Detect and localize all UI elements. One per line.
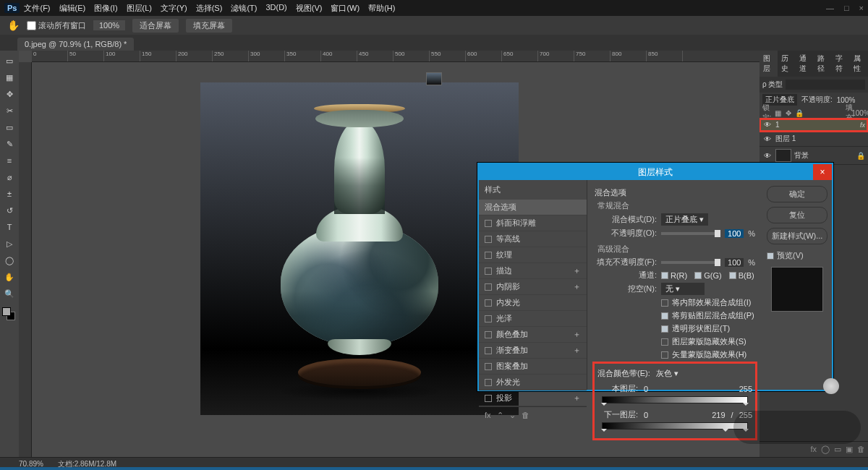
window-minimize-icon[interactable]: — [826, 4, 834, 12]
add-icon[interactable]: ＋ [573, 281, 581, 292]
layer-row[interactable]: 👁 1 fx [760, 119, 868, 132]
add-icon[interactable]: ＋ [573, 329, 581, 340]
layer-name[interactable]: 图层 1 [775, 134, 796, 144]
style-bevel[interactable]: 斜面和浮雕 [479, 215, 587, 231]
document-tab[interactable]: 0.jpeg @ 70.9% (1, RGB/8) * [17, 38, 134, 51]
down-icon[interactable]: ⌄ [509, 411, 516, 420]
fill-value[interactable]: 100% [856, 108, 865, 117]
reset-button[interactable]: 复位 [767, 207, 827, 223]
menu-view[interactable]: 视图(V) [296, 3, 323, 14]
style-stroke[interactable]: 描边＋ [479, 263, 587, 279]
style-contour[interactable]: 等高线 [479, 231, 587, 247]
dialog-titlebar[interactable]: 图层样式 × [479, 164, 832, 180]
style-blending-options[interactable]: 混合选项 [479, 200, 587, 215]
folder-icon[interactable]: ▭ [834, 445, 841, 454]
cb-vector-mask-hides[interactable]: 矢量蒙版隐藏效果(H) [661, 349, 755, 360]
fit-screen-button[interactable]: 适合屏幕 [132, 19, 179, 33]
fx-menu-icon[interactable]: fx [485, 411, 491, 420]
visibility-icon[interactable]: 👁 [762, 152, 773, 160]
tab-history[interactable]: 历史 [778, 51, 796, 77]
channel-b[interactable]: B(B) [729, 271, 754, 280]
style-texture[interactable]: 纹理 [479, 247, 587, 263]
menu-3d[interactable]: 3D(D) [265, 3, 286, 14]
fill-opacity-value[interactable]: 100 [725, 258, 744, 267]
move-tool-icon[interactable]: ▭ [2, 54, 17, 68]
tab-layers[interactable]: 图层 [760, 51, 778, 77]
visibility-icon[interactable]: 👁 [762, 121, 773, 129]
menu-type[interactable]: 文字(Y) [161, 3, 187, 14]
fx-badge-icon[interactable]: fx [860, 121, 865, 129]
zoom-100-button[interactable]: 100% [93, 20, 125, 30]
visibility-icon[interactable]: 👁 [762, 135, 773, 143]
fill-screen-button[interactable]: 填充屏幕 [186, 19, 232, 33]
marquee-tool-icon[interactable]: ▦ [2, 70, 17, 85]
layer-filter-input[interactable] [786, 80, 865, 90]
shape-tool-icon[interactable]: ◯ [2, 253, 17, 268]
brush-tool-icon[interactable]: ≡ [2, 153, 17, 168]
fx-icon[interactable]: fx [810, 445, 817, 454]
style-drop-shadow[interactable]: 投影＋ [479, 390, 587, 406]
add-icon[interactable]: ＋ [573, 265, 581, 276]
style-gradient-overlay[interactable]: 渐变叠加＋ [479, 343, 587, 359]
layer-style-dialog[interactable]: 图层样式 × 样式 混合选项 斜面和浮雕 等高线 纹理 描边＋ 内阴影＋ 内发光… [477, 163, 833, 391]
knockout-select[interactable]: 无 ▾ [661, 283, 705, 295]
new-style-button[interactable]: 新建样式(W)... [767, 228, 827, 244]
opacity-slider[interactable] [661, 232, 720, 235]
cb-transparency-shapes[interactable]: 透明形状图层(T) [661, 323, 755, 334]
menu-file[interactable]: 文件(F) [24, 3, 50, 14]
menu-help[interactable]: 帮助(H) [368, 3, 395, 14]
style-pattern-overlay[interactable]: 图案叠加 [479, 359, 587, 375]
add-icon[interactable]: ＋ [573, 393, 581, 403]
hand-tool-icon[interactable]: ✋ [7, 20, 20, 31]
style-inner-glow[interactable]: 内发光 [479, 295, 587, 311]
type-tool-icon[interactable]: T [2, 220, 17, 234]
channel-g[interactable]: G(G) [694, 271, 721, 280]
menu-image[interactable]: 图像(I) [94, 3, 117, 14]
ok-button[interactable]: 确定 [767, 186, 827, 202]
style-color-overlay[interactable]: 颜色叠加＋ [479, 327, 587, 343]
add-icon[interactable]: ＋ [573, 345, 581, 356]
menu-select[interactable]: 选择(S) [196, 3, 223, 14]
menu-edit[interactable]: 编辑(E) [59, 3, 86, 14]
layer-row[interactable]: 👁 图层 1 [760, 132, 868, 147]
lock-pixels-icon[interactable]: ▦ [773, 108, 782, 117]
window-close-icon[interactable]: × [859, 4, 864, 12]
channel-r[interactable]: R(R) [661, 271, 687, 280]
layer-name[interactable]: 背景 [794, 150, 809, 161]
tab-paths[interactable]: 路径 [814, 51, 832, 77]
gradient-tool-icon[interactable]: ↺ [2, 203, 17, 218]
new-layer-icon[interactable]: ▣ [846, 445, 853, 454]
hand-tool-icon[interactable]: ✋ [2, 270, 17, 284]
underlying-slider[interactable] [602, 422, 748, 430]
dialog-resize-handle[interactable] [823, 378, 839, 394]
layer-name[interactable]: 1 [775, 121, 780, 129]
mask-icon[interactable]: ◯ [821, 445, 830, 454]
style-inner-shadow[interactable]: 内阴影＋ [479, 279, 587, 295]
document-canvas[interactable] [200, 82, 519, 415]
eyedropper-tool-icon[interactable]: ✎ [2, 137, 17, 151]
color-swatch[interactable] [2, 307, 15, 320]
frame-tool-icon[interactable]: ▭ [2, 120, 17, 134]
trash-icon[interactable]: 🗑 [522, 411, 529, 420]
pen-tool-icon[interactable]: ▷ [2, 236, 17, 251]
scroll-all-checkbox[interactable]: 滚动所有窗口 [27, 20, 86, 31]
stamp-tool-icon[interactable]: ⌀ [2, 170, 17, 184]
lock-position-icon[interactable]: ✥ [784, 108, 793, 117]
dialog-close-icon[interactable]: × [813, 164, 832, 180]
menu-filter[interactable]: 滤镜(T) [231, 3, 257, 14]
zoom-tool-icon[interactable]: 🔍 [2, 286, 17, 301]
opacity-value[interactable]: 100 [725, 229, 744, 238]
trash-icon[interactable]: 🗑 [857, 445, 865, 454]
style-outer-glow[interactable]: 外发光 [479, 375, 587, 390]
window-maximize-icon[interactable]: □ [844, 4, 849, 12]
eraser-tool-icon[interactable]: ± [2, 187, 17, 201]
menu-layer[interactable]: 图层(L) [127, 3, 152, 14]
crop-tool-icon[interactable]: ✂ [2, 103, 17, 118]
cb-clip-group[interactable]: 将剪贴图层混合成组(P) [661, 310, 755, 321]
blend-if-select[interactable]: 灰色 ▾ [656, 368, 678, 379]
style-satin[interactable]: 光泽 [479, 311, 587, 327]
cb-inner-effects[interactable]: 将内部效果混合成组(I) [661, 297, 755, 308]
lasso-tool-icon[interactable]: ✥ [2, 87, 17, 101]
preview-checkbox[interactable]: 预览(V) [767, 250, 827, 261]
menu-window[interactable]: 窗口(W) [331, 3, 359, 14]
